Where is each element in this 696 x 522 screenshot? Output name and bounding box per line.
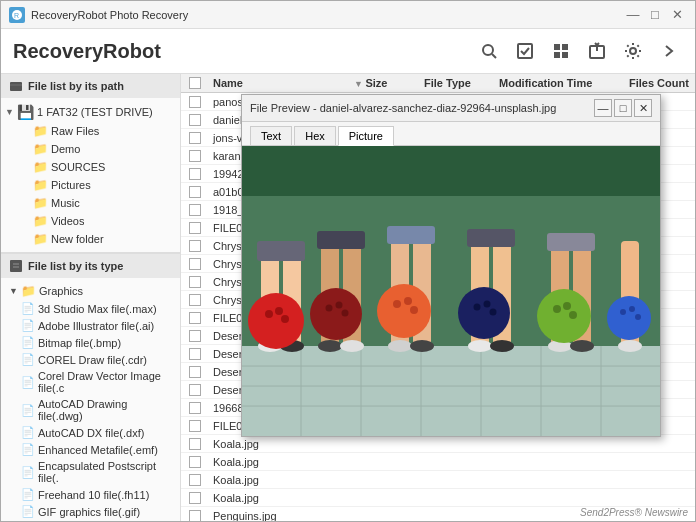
row-checkbox-cell xyxy=(181,402,209,414)
grid-view-button[interactable] xyxy=(547,37,575,65)
table-row[interactable]: Koala.jpg xyxy=(181,489,695,507)
row-checkbox[interactable] xyxy=(189,402,201,414)
col-type-header[interactable]: File Type xyxy=(420,77,495,89)
settings-button[interactable] xyxy=(619,37,647,65)
row-name: Koala.jpg xyxy=(209,456,350,468)
table-row[interactable]: Koala.jpg xyxy=(181,453,695,471)
svg-rect-6 xyxy=(562,44,568,50)
row-checkbox[interactable] xyxy=(189,186,201,198)
preview-maximize-button[interactable]: □ xyxy=(614,99,632,117)
sidebar-type-header[interactable]: File list by its type xyxy=(1,254,180,278)
table-row[interactable]: Koala.jpg xyxy=(181,435,695,453)
type-item-dxf[interactable]: 📄 AutoCAD DX file(.dxf) xyxy=(1,424,180,441)
type-item-bitmap[interactable]: 📄 Bitmap file(.bmp) xyxy=(1,334,180,351)
type-item-ico[interactable]: 📄 Icon file(.ico) xyxy=(1,520,180,521)
tab-text[interactable]: Text xyxy=(250,126,292,145)
row-checkbox[interactable] xyxy=(189,438,201,450)
row-checkbox[interactable] xyxy=(189,168,201,180)
bitmap-label: Bitmap file(.bmp) xyxy=(38,337,121,349)
row-checkbox[interactable] xyxy=(189,456,201,468)
svg-rect-27 xyxy=(242,146,660,196)
search-button[interactable] xyxy=(475,37,503,65)
row-checkbox[interactable] xyxy=(189,240,201,252)
check-all-button[interactable] xyxy=(511,37,539,65)
preview-minimize-button[interactable]: — xyxy=(594,99,612,117)
minimize-button[interactable]: — xyxy=(623,5,643,25)
tree-item-sources[interactable]: 📁 SOURCES xyxy=(1,158,180,176)
tree-item-demo[interactable]: 📁 Demo xyxy=(1,140,180,158)
svg-rect-74 xyxy=(257,241,305,261)
path-tree: ▼ 💾 1 FAT32 (TEST DRIVE) 📁 Raw Files 📁 D… xyxy=(1,98,180,252)
row-checkbox-cell xyxy=(181,330,209,342)
svg-rect-77 xyxy=(467,229,515,247)
videos-label: Videos xyxy=(51,215,84,227)
row-checkbox[interactable] xyxy=(189,348,201,360)
preview-close-button[interactable]: ✕ xyxy=(634,99,652,117)
type-item-corel[interactable]: 📄 COREL Draw file(.cdr) xyxy=(1,351,180,368)
row-checkbox[interactable] xyxy=(189,384,201,396)
row-checkbox[interactable] xyxy=(189,132,201,144)
tree-item-videos[interactable]: 📁 Videos xyxy=(1,212,180,230)
row-checkbox[interactable] xyxy=(189,420,201,432)
row-checkbox[interactable] xyxy=(189,258,201,270)
maximize-button[interactable]: □ xyxy=(645,5,665,25)
table-row[interactable]: Koala.jpg xyxy=(181,471,695,489)
type-item-eps[interactable]: 📄 Encapsulated Postscript file(. xyxy=(1,458,180,486)
svg-point-46 xyxy=(490,340,514,352)
row-checkbox[interactable] xyxy=(189,150,201,162)
row-checkbox-cell xyxy=(181,366,209,378)
col-count-header[interactable]: Files Count xyxy=(625,77,695,89)
type-item-illustrator[interactable]: 📄 Adobe Illustrator file(.ai) xyxy=(1,317,180,334)
row-checkbox[interactable] xyxy=(189,330,201,342)
col-date-header[interactable]: Modification Time xyxy=(495,77,625,89)
tree-item-music[interactable]: 📁 Music xyxy=(1,194,180,212)
graphics-arrow: ▼ xyxy=(9,286,18,296)
type-item-emf[interactable]: 📄 Enhanced Metafile(.emf) xyxy=(1,441,180,458)
row-checkbox[interactable] xyxy=(189,492,201,504)
type-item-dwg[interactable]: 📄 AutoCAD Drawing file(.dwg) xyxy=(1,396,180,424)
sidebar-path-header[interactable]: File list by its path xyxy=(1,74,180,98)
row-checkbox[interactable] xyxy=(189,96,201,108)
preview-image-area xyxy=(242,146,660,436)
emf-label: Enhanced Metafile(.emf) xyxy=(38,444,158,456)
preview-dialog: File Preview - daniel-alvarez-sanchez-di… xyxy=(241,94,661,437)
row-checkbox[interactable] xyxy=(189,222,201,234)
row-checkbox[interactable] xyxy=(189,312,201,324)
svg-point-48 xyxy=(570,340,594,352)
row-checkbox[interactable] xyxy=(189,204,201,216)
folder-icon-music: 📁 xyxy=(33,196,48,210)
tab-hex[interactable]: Hex xyxy=(294,126,336,145)
row-checkbox[interactable] xyxy=(189,366,201,378)
row-checkbox-cell xyxy=(181,492,209,504)
demo-label: Demo xyxy=(51,143,80,155)
header-toolbar xyxy=(475,37,683,65)
row-checkbox[interactable] xyxy=(189,510,201,522)
tab-picture[interactable]: Picture xyxy=(338,126,394,146)
type-item-fh11[interactable]: 📄 Freehand 10 file(.fh11) xyxy=(1,486,180,503)
tree-item-pictures[interactable]: 📁 Pictures xyxy=(1,176,180,194)
newfolder-label: New folder xyxy=(51,233,104,245)
select-all-checkbox[interactable] xyxy=(189,77,201,89)
row-name: Koala.jpg xyxy=(209,474,350,486)
file-icon-emf: 📄 xyxy=(21,443,35,456)
next-button[interactable] xyxy=(655,37,683,65)
tree-item-drive[interactable]: ▼ 💾 1 FAT32 (TEST DRIVE) xyxy=(1,102,180,122)
row-checkbox[interactable] xyxy=(189,474,201,486)
svg-point-45 xyxy=(468,340,492,352)
drive-label: 1 FAT32 (TEST DRIVE) xyxy=(37,106,153,118)
row-checkbox-cell xyxy=(181,222,209,234)
export-button[interactable] xyxy=(583,37,611,65)
row-checkbox[interactable] xyxy=(189,294,201,306)
row-checkbox[interactable] xyxy=(189,114,201,126)
tree-item-rawfiles[interactable]: 📁 Raw Files xyxy=(1,122,180,140)
row-checkbox[interactable] xyxy=(189,276,201,288)
type-item-gif[interactable]: 📄 GIF graphics file(.gif) xyxy=(1,503,180,520)
type-item-corelvector[interactable]: 📄 Corel Draw Vector Image file(.c xyxy=(1,368,180,396)
tree-item-newfolder[interactable]: 📁 New folder xyxy=(1,230,180,248)
col-name-header[interactable]: Name xyxy=(209,77,350,89)
type-item-3dmax[interactable]: 📄 3d Studio Max file(.max) xyxy=(1,300,180,317)
close-button[interactable]: ✕ xyxy=(667,5,687,25)
eps-label: Encapsulated Postscript file(. xyxy=(38,460,172,484)
type-item-graphics[interactable]: ▼ 📁 Graphics xyxy=(1,282,180,300)
svg-point-11 xyxy=(630,48,636,54)
